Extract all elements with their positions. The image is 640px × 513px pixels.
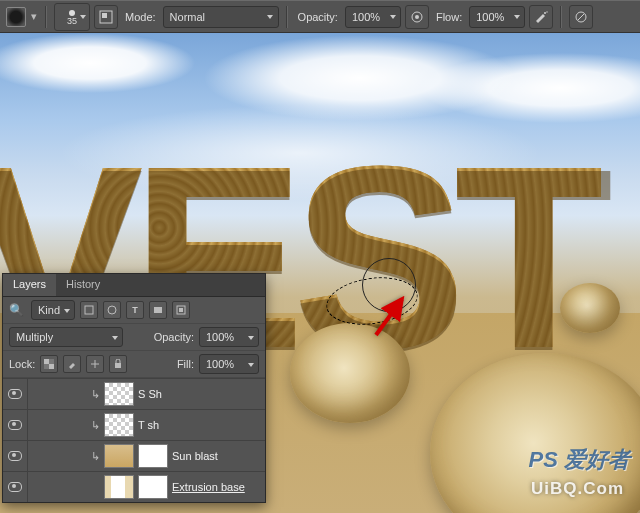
layer-row[interactable]: ↳ T sh bbox=[3, 409, 265, 440]
filter-shape-icon[interactable] bbox=[149, 301, 167, 319]
layer-row[interactable]: ↳ Sun blast bbox=[3, 440, 265, 471]
layer-list: ↳ S Sh ↳ T sh ↳ Sun blast Extrusion base bbox=[3, 378, 265, 502]
hay-bale bbox=[560, 283, 620, 333]
visibility-toggle[interactable] bbox=[3, 410, 28, 440]
visibility-toggle[interactable] bbox=[3, 379, 28, 409]
layer-thumbnail[interactable] bbox=[104, 382, 134, 406]
annotation-arrow bbox=[368, 291, 418, 341]
layers-panel: Layers History 🔍 Kind T Multiply Opacity… bbox=[2, 273, 266, 503]
lock-transparent-icon[interactable] bbox=[40, 355, 58, 373]
flow-input[interactable]: 100% bbox=[469, 6, 525, 28]
svg-point-5 bbox=[547, 11, 548, 12]
layer-thumbnail[interactable] bbox=[104, 444, 134, 468]
divider bbox=[286, 6, 288, 28]
lock-fill-row: Lock: Fill: 100% bbox=[3, 351, 265, 378]
svg-rect-15 bbox=[49, 364, 54, 369]
watermark-text: PS 爱好者 bbox=[529, 445, 630, 475]
filter-kind-label: Kind bbox=[38, 304, 60, 316]
svg-rect-8 bbox=[85, 306, 93, 314]
pressure-opacity-button[interactable] bbox=[405, 5, 429, 29]
lock-all-icon[interactable] bbox=[109, 355, 127, 373]
lock-pixels-icon[interactable] bbox=[63, 355, 81, 373]
layer-mask-thumbnail[interactable] bbox=[138, 475, 168, 499]
opacity-label: Opacity: bbox=[298, 11, 338, 23]
svg-rect-16 bbox=[115, 363, 121, 368]
tool-preset-picker[interactable] bbox=[6, 7, 26, 27]
watermark-url: UiBQ.Com bbox=[531, 479, 624, 499]
flow-label: Flow: bbox=[436, 11, 462, 23]
chevron-down-icon: ▾ bbox=[31, 10, 37, 23]
layer-row[interactable]: Extrusion base bbox=[3, 471, 265, 502]
lock-position-icon[interactable] bbox=[86, 355, 104, 373]
tab-layers[interactable]: Layers bbox=[3, 274, 56, 296]
clip-indicator-icon: ↳ bbox=[64, 419, 104, 432]
eye-icon bbox=[8, 420, 22, 430]
svg-line-7 bbox=[376, 299, 402, 335]
brush-panel-icon bbox=[99, 10, 113, 24]
svg-rect-14 bbox=[44, 359, 49, 364]
eye-icon bbox=[8, 389, 22, 399]
blend-mode-value: Normal bbox=[170, 11, 205, 23]
filter-smart-icon[interactable] bbox=[172, 301, 190, 319]
brush-panel-button[interactable] bbox=[94, 5, 118, 29]
brush-preset-picker[interactable]: 35 bbox=[54, 3, 90, 31]
layer-name[interactable]: Extrusion base bbox=[172, 481, 265, 493]
filter-kind-dropdown[interactable]: Kind bbox=[31, 300, 75, 320]
brush-tip-icon bbox=[69, 10, 75, 16]
airbrush-button[interactable] bbox=[529, 5, 553, 29]
opacity-input[interactable]: 100% bbox=[345, 6, 401, 28]
filter-type-icon[interactable]: T bbox=[126, 301, 144, 319]
visibility-toggle[interactable] bbox=[3, 441, 28, 471]
filter-adjust-icon[interactable] bbox=[103, 301, 121, 319]
layer-name[interactable]: Sun blast bbox=[172, 450, 265, 462]
layer-blend-mode-dropdown[interactable]: Multiply bbox=[9, 327, 123, 347]
layer-thumbnail[interactable] bbox=[104, 413, 134, 437]
tablet-icon bbox=[574, 10, 588, 24]
layer-opacity-value: 100% bbox=[206, 331, 234, 343]
layer-opacity-label: Opacity: bbox=[154, 331, 194, 343]
svg-rect-10 bbox=[154, 307, 162, 313]
pen-pressure-icon bbox=[410, 10, 424, 24]
layer-blend-mode-value: Multiply bbox=[16, 331, 53, 343]
layer-thumbnail[interactable] bbox=[104, 475, 134, 499]
brush-options-bar: ▾ 35 Mode: Normal Opacity: 100% Flow: 10… bbox=[0, 0, 640, 33]
airbrush-icon bbox=[534, 10, 548, 24]
clip-indicator-icon: ↳ bbox=[64, 450, 104, 463]
divider bbox=[560, 6, 562, 28]
fill-value: 100% bbox=[206, 358, 234, 370]
layer-opacity-input[interactable]: 100% bbox=[199, 327, 259, 347]
lock-label: Lock: bbox=[9, 358, 35, 370]
blend-opacity-row: Multiply Opacity: 100% bbox=[3, 324, 265, 351]
opacity-value: 100% bbox=[352, 11, 380, 23]
svg-rect-1 bbox=[102, 13, 107, 18]
svg-rect-12 bbox=[179, 308, 183, 312]
layer-name[interactable]: S Sh bbox=[138, 388, 265, 400]
brush-size-readout: 35 bbox=[67, 17, 77, 26]
fill-label: Fill: bbox=[177, 358, 194, 370]
clip-indicator-icon: ↳ bbox=[64, 388, 104, 401]
fill-input[interactable]: 100% bbox=[199, 354, 259, 374]
layer-filter-row: 🔍 Kind T bbox=[3, 297, 265, 324]
mode-label: Mode: bbox=[125, 11, 156, 23]
filter-pixel-icon[interactable] bbox=[80, 301, 98, 319]
visibility-toggle[interactable] bbox=[3, 472, 28, 502]
pressure-size-button[interactable] bbox=[569, 5, 593, 29]
eye-icon bbox=[8, 482, 22, 492]
layer-row[interactable]: ↳ S Sh bbox=[3, 378, 265, 409]
svg-point-4 bbox=[544, 12, 546, 14]
panel-tabs: Layers History bbox=[3, 274, 265, 297]
blend-mode-dropdown[interactable]: Normal bbox=[163, 6, 279, 28]
svg-point-9 bbox=[108, 306, 116, 314]
tab-history[interactable]: History bbox=[56, 274, 110, 296]
eye-icon bbox=[8, 451, 22, 461]
layer-mask-thumbnail[interactable] bbox=[138, 444, 168, 468]
flow-value: 100% bbox=[476, 11, 504, 23]
layer-name[interactable]: T sh bbox=[138, 419, 265, 431]
search-icon: 🔍 bbox=[9, 303, 24, 317]
svg-point-3 bbox=[415, 15, 419, 19]
divider bbox=[45, 6, 47, 28]
